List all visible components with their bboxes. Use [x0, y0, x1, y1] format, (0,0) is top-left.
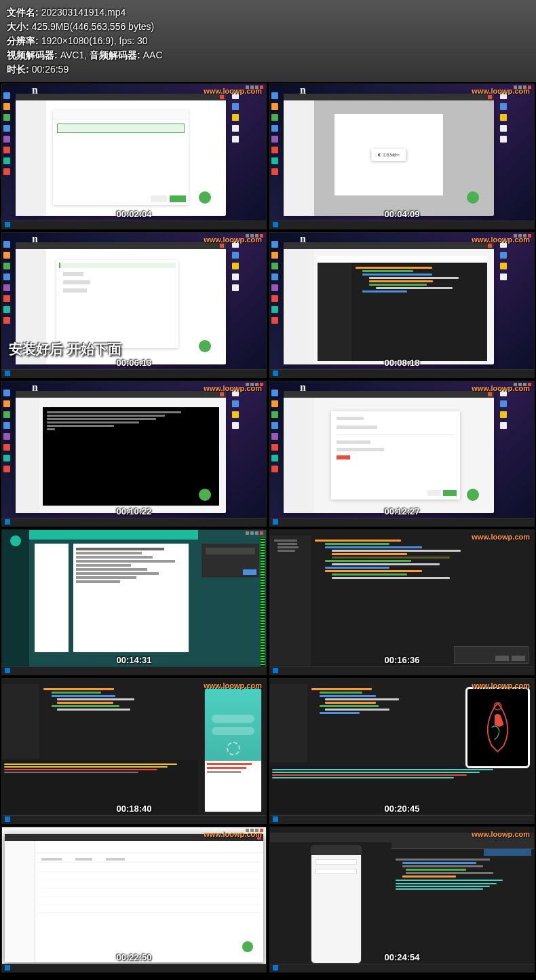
thumbnail[interactable]: n www.loowp.com 00:10:22	[1, 381, 267, 527]
desktop-icons-right	[500, 92, 507, 143]
code-editor	[307, 684, 450, 762]
browser-window: ◐ 正在加载中	[284, 94, 494, 216]
thumbnail[interactable]: www.loowp.com 00:18:40	[1, 678, 267, 824]
desktop-icons-left	[3, 92, 10, 175]
notification-toast	[454, 646, 529, 664]
admin-panel	[2, 530, 266, 675]
fab-add-icon	[467, 489, 479, 501]
spinner-icon	[227, 742, 240, 755]
resolution-label: 分辨率:	[7, 34, 39, 48]
fab-add-icon	[199, 191, 211, 204]
fab-add-icon	[467, 191, 479, 204]
fab-add-icon	[199, 340, 211, 352]
duration-value: 00:26:59	[32, 62, 69, 77]
fab-add-icon	[242, 941, 253, 952]
thumbnail[interactable]: 00:14:31	[1, 529, 267, 675]
metadata-filename: 文件名: 202303141914.mp4	[7, 5, 529, 20]
file-manager-window	[5, 834, 263, 962]
modal-panel: ◐ 正在加载中	[334, 114, 443, 195]
timestamp: 00:04:09	[384, 209, 419, 219]
timestamp: 00:24:54	[384, 952, 419, 962]
file-tree	[270, 535, 311, 668]
browser-window	[16, 391, 226, 513]
phone-preview	[465, 687, 530, 768]
thumbnail-grid: n www.loowp.com 00:02:04 n	[0, 82, 536, 974]
dialog-panel	[53, 110, 189, 205]
browser-window	[284, 391, 494, 513]
file-tree	[2, 684, 39, 759]
video-codec-value: AVC1,	[60, 48, 87, 62]
desktop-icons-right	[500, 390, 507, 429]
thumbnail[interactable]: n www.loowp.com 00:12:27	[269, 381, 535, 527]
phone-preview	[204, 687, 262, 812]
desktop-icons-right	[232, 390, 239, 429]
loading-indicator: ◐ 正在加载中	[371, 149, 406, 161]
desktop-icons-left	[271, 390, 278, 472]
video-codec-label: 视频解码器:	[7, 48, 58, 62]
timestamp: 00:02:04	[116, 209, 151, 219]
desktop-icons-left	[3, 241, 10, 324]
watermark: www.loowp.com	[204, 235, 262, 244]
metadata-codecs: 视频解码器: AVC1, 音频解码器: AAC	[7, 48, 529, 62]
timestamp: 00:14:31	[116, 655, 151, 665]
browser-window	[284, 242, 494, 364]
desktop-icons-right	[232, 92, 239, 143]
watermark: www.loowp.com	[472, 830, 530, 838]
desktop-icons-right	[500, 241, 507, 280]
audio-codec-label: 音频解码器:	[90, 48, 140, 62]
thumbnail[interactable]: www.loowp.com 00:16:36	[269, 529, 535, 675]
form-dialog	[331, 411, 460, 500]
watermark: www.loowp.com	[472, 87, 530, 95]
thumbnail[interactable]: n www.loowp.com 00:0	[269, 232, 535, 378]
desktop-icons-right	[232, 241, 239, 291]
watermark: www.loowp.com	[472, 235, 530, 244]
size-label: 大小:	[7, 20, 29, 34]
browser-window	[16, 94, 226, 216]
timestamp: 00:08:18	[384, 358, 419, 368]
terminal-window	[43, 407, 219, 506]
audio-codec-value: AAC	[143, 48, 163, 62]
desktop-icons-left	[271, 241, 278, 324]
watermark: www.loowp.com	[472, 533, 530, 541]
timestamp: 00:12:27	[384, 506, 419, 516]
ide-window	[318, 256, 487, 361]
console-panel	[2, 760, 198, 814]
popup-panel	[56, 260, 178, 348]
watermark: www.loowp.com	[472, 384, 530, 392]
subtitle-caption: 安装好后 开始下面	[9, 340, 121, 358]
timestamp: 00:22:50	[116, 952, 151, 962]
resolution-value: 1920×1080(16:9), fps: 30	[41, 34, 148, 48]
code-editor	[39, 684, 189, 759]
desktop-icons-left	[271, 92, 278, 175]
metadata-duration: 时长: 00:26:59	[7, 62, 529, 77]
desktop-icons-left	[3, 390, 10, 472]
watermark: www.loowp.com	[472, 681, 530, 690]
devtools-panel	[391, 842, 534, 965]
video-metadata-panel: 文件名: 202303141914.mp4 大小: 425.9MB(446,56…	[0, 0, 536, 82]
timestamp: 00:18:40	[116, 804, 151, 814]
thumbnail[interactable]: n ◐ 正在加载中 www.loowp.com 00:04:09	[269, 83, 535, 229]
thumbnail[interactable]: n www.loowp.com 安装好后 开始下面 00:06:13	[1, 232, 267, 378]
file-tree	[270, 684, 307, 762]
metadata-size: 大小: 425.9MB(446,563,556 bytes)	[7, 20, 529, 34]
filename-value: 202303141914.mp4	[41, 5, 126, 20]
timestamp: 00:10:22	[116, 506, 151, 516]
watermark: www.loowp.com	[204, 87, 262, 95]
figure-illustration	[467, 689, 528, 766]
thumbnail[interactable]: n www.loowp.com 00:02:04	[1, 83, 267, 229]
phone-preview	[311, 845, 362, 964]
metadata-resolution: 分辨率: 1920×1080(16:9), fps: 30	[7, 34, 529, 48]
timestamp: 00:16:36	[384, 655, 419, 665]
thumbnail[interactable]: www.loowp.com 00:20:45	[269, 678, 535, 824]
watermark: www.loowp.com	[204, 830, 262, 838]
watermark: www.loowp.com	[204, 384, 262, 392]
thumbnail[interactable]: www.loowp.com 00:22:50	[1, 827, 267, 973]
size-value: 425.9MB(446,563,556 bytes)	[32, 20, 155, 34]
watermark: www.loowp.com	[204, 681, 262, 690]
thumbnail[interactable]: www.loowp.com 00:24:54	[269, 827, 535, 973]
duration-label: 时长:	[7, 62, 29, 77]
timestamp: 00:20:45	[384, 804, 419, 814]
fab-add-icon	[199, 489, 211, 501]
timestamp: 00:06:13	[116, 358, 151, 368]
filename-label: 文件名:	[7, 5, 39, 20]
